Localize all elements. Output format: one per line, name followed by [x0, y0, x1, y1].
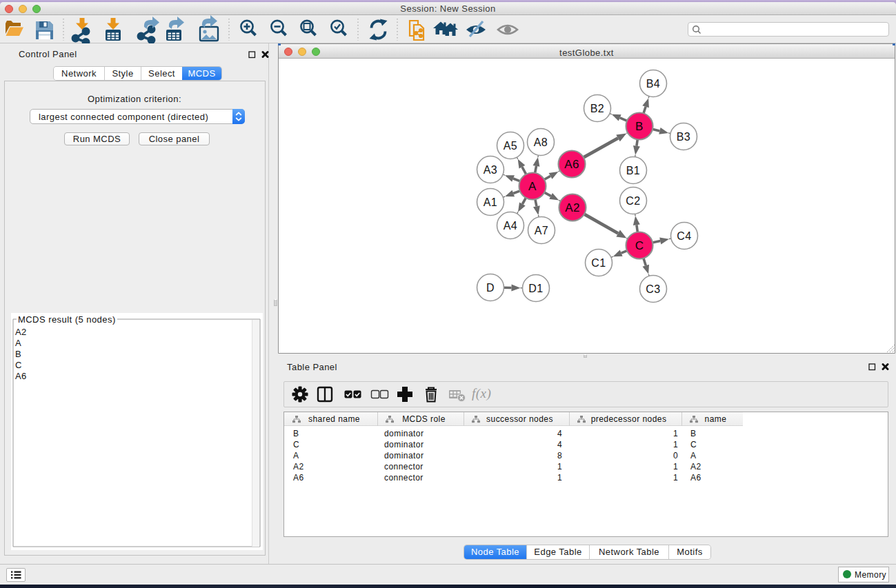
svg-text:D1: D1: [528, 283, 543, 294]
svg-text:A1: A1: [484, 196, 497, 208]
svg-text:A5: A5: [504, 140, 517, 152]
svg-text:C1: C1: [591, 257, 606, 269]
svg-text:B4: B4: [646, 78, 660, 90]
svg-text:C3: C3: [646, 283, 660, 295]
svg-text:B2: B2: [590, 103, 604, 114]
svg-text:B3: B3: [677, 131, 690, 143]
svg-text:A3: A3: [484, 164, 497, 176]
svg-text:A: A: [528, 180, 537, 193]
svg-text:B: B: [635, 120, 644, 133]
svg-text:A8: A8: [534, 136, 548, 148]
svg-text:C2: C2: [626, 195, 640, 207]
svg-text:A4: A4: [504, 220, 517, 232]
svg-text:B1: B1: [626, 165, 640, 176]
svg-text:D: D: [486, 282, 495, 294]
svg-text:C: C: [635, 239, 644, 252]
svg-text:C4: C4: [677, 230, 691, 242]
svg-text:A6: A6: [564, 158, 579, 171]
svg-text:A2: A2: [565, 201, 580, 214]
svg-text:A7: A7: [535, 225, 548, 236]
